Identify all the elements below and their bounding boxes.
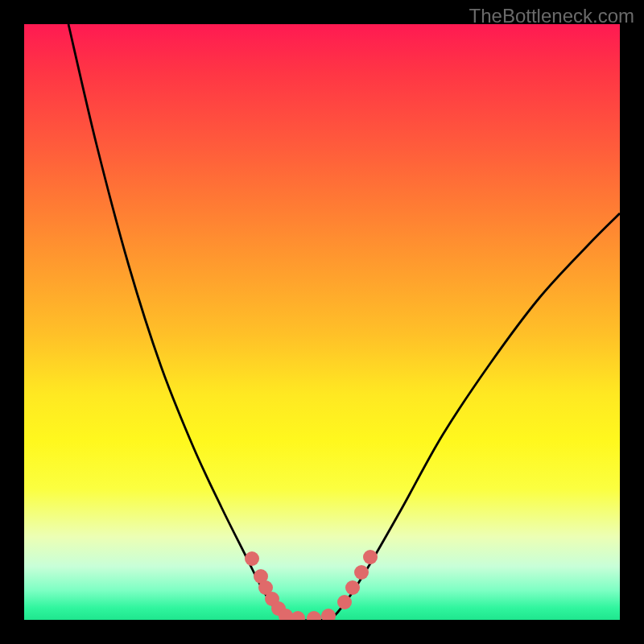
- chart-svg: [24, 24, 620, 620]
- marker-layer: [245, 550, 378, 620]
- data-marker: [337, 595, 352, 609]
- curve-layer: [68, 24, 620, 620]
- curve-left-curve: [68, 24, 286, 620]
- data-marker: [307, 611, 321, 620]
- plot-area: [24, 24, 620, 620]
- data-marker: [354, 565, 369, 580]
- data-marker: [321, 609, 336, 620]
- data-marker: [345, 580, 360, 595]
- data-marker: [363, 550, 378, 564]
- watermark-text: TheBottleneck.com: [469, 5, 634, 27]
- data-marker: [245, 551, 259, 566]
- data-marker: [291, 611, 305, 620]
- chart-frame: TheBottleneck.com: [0, 0, 644, 644]
